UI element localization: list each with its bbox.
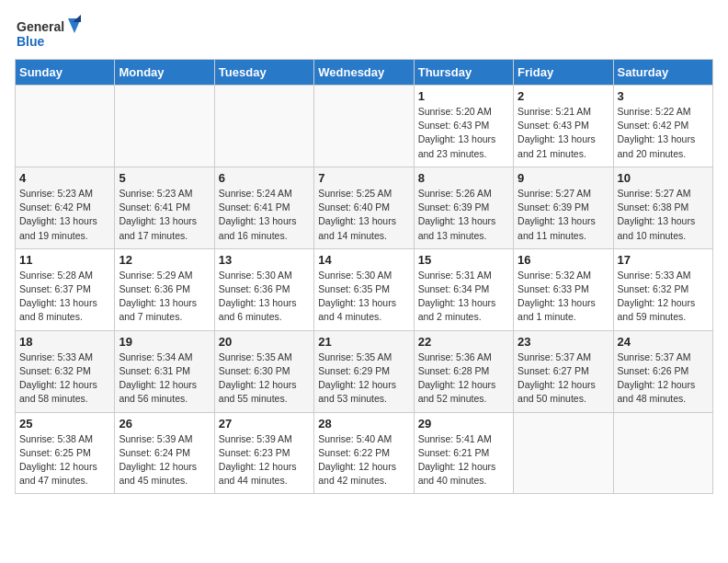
day-info: Sunrise: 5:27 AMSunset: 6:38 PMDaylight:…: [618, 187, 709, 243]
day-number: 2: [518, 89, 609, 103]
calendar-day-cell: [16, 86, 115, 167]
day-number: 18: [19, 335, 110, 349]
day-number: 9: [518, 171, 609, 185]
day-info: Sunrise: 5:23 AMSunset: 6:41 PMDaylight:…: [119, 187, 210, 243]
calendar-day-cell: 2Sunrise: 5:21 AMSunset: 6:43 PMDaylight…: [514, 86, 613, 167]
page-header: GeneralBlue: [15, 15, 713, 52]
day-number: 15: [418, 253, 509, 267]
calendar-day-cell: 7Sunrise: 5:25 AMSunset: 6:40 PMDaylight…: [314, 167, 414, 248]
calendar-day-cell: 28Sunrise: 5:40 AMSunset: 6:22 PMDayligh…: [314, 412, 414, 494]
day-info: Sunrise: 5:41 AMSunset: 6:21 PMDaylight:…: [418, 432, 509, 488]
calendar-day-cell: 17Sunrise: 5:33 AMSunset: 6:32 PMDayligh…: [613, 248, 712, 330]
calendar-week-row: 18Sunrise: 5:33 AMSunset: 6:32 PMDayligh…: [16, 330, 713, 412]
weekday-header-sunday: Sunday: [16, 60, 115, 86]
day-info: Sunrise: 5:37 AMSunset: 6:26 PMDaylight:…: [618, 350, 709, 407]
calendar-day-cell: 24Sunrise: 5:37 AMSunset: 6:26 PMDayligh…: [613, 330, 712, 412]
day-info: Sunrise: 5:31 AMSunset: 6:34 PMDaylight:…: [418, 269, 509, 325]
day-number: 8: [418, 171, 509, 185]
day-number: 12: [119, 253, 210, 267]
calendar-day-cell: 6Sunrise: 5:24 AMSunset: 6:41 PMDaylight…: [214, 167, 313, 248]
calendar-day-cell: 27Sunrise: 5:39 AMSunset: 6:23 PMDayligh…: [214, 412, 313, 494]
day-number: 20: [219, 335, 310, 349]
calendar-day-cell: [613, 412, 712, 494]
calendar-day-cell: 8Sunrise: 5:26 AMSunset: 6:39 PMDaylight…: [414, 167, 513, 248]
day-info: Sunrise: 5:23 AMSunset: 6:42 PMDaylight:…: [19, 187, 110, 243]
calendar-day-cell: 18Sunrise: 5:33 AMSunset: 6:32 PMDayligh…: [16, 330, 115, 412]
calendar-day-cell: 16Sunrise: 5:32 AMSunset: 6:33 PMDayligh…: [514, 248, 613, 330]
day-number: 14: [318, 253, 409, 267]
weekday-header-row: SundayMondayTuesdayWednesdayThursdayFrid…: [16, 60, 713, 86]
day-info: Sunrise: 5:30 AMSunset: 6:35 PMDaylight:…: [318, 269, 409, 325]
calendar-day-cell: [115, 86, 214, 167]
day-info: Sunrise: 5:33 AMSunset: 6:32 PMDaylight:…: [19, 350, 110, 407]
day-info: Sunrise: 5:26 AMSunset: 6:39 PMDaylight:…: [418, 187, 509, 243]
calendar-day-cell: 3Sunrise: 5:22 AMSunset: 6:42 PMDaylight…: [613, 86, 712, 167]
calendar-day-cell: 21Sunrise: 5:35 AMSunset: 6:29 PMDayligh…: [314, 330, 414, 412]
calendar-day-cell: 29Sunrise: 5:41 AMSunset: 6:21 PMDayligh…: [414, 412, 513, 494]
calendar-day-cell: [214, 86, 313, 167]
day-info: Sunrise: 5:39 AMSunset: 6:23 PMDaylight:…: [219, 432, 310, 488]
weekday-header-thursday: Thursday: [414, 60, 513, 86]
day-info: Sunrise: 5:20 AMSunset: 6:43 PMDaylight:…: [418, 105, 509, 161]
calendar-day-cell: [514, 412, 613, 494]
day-info: Sunrise: 5:29 AMSunset: 6:36 PMDaylight:…: [119, 269, 210, 325]
day-info: Sunrise: 5:38 AMSunset: 6:25 PMDaylight:…: [19, 432, 110, 488]
logo: GeneralBlue: [15, 15, 88, 52]
calendar-week-row: 11Sunrise: 5:28 AMSunset: 6:37 PMDayligh…: [16, 248, 713, 330]
calendar-day-cell: 20Sunrise: 5:35 AMSunset: 6:30 PMDayligh…: [214, 330, 313, 412]
weekday-header-tuesday: Tuesday: [214, 60, 313, 86]
day-number: 17: [618, 253, 709, 267]
day-info: Sunrise: 5:33 AMSunset: 6:32 PMDaylight:…: [618, 269, 709, 325]
day-number: 28: [318, 417, 409, 431]
day-number: 10: [618, 171, 709, 185]
calendar-day-cell: 5Sunrise: 5:23 AMSunset: 6:41 PMDaylight…: [115, 167, 214, 248]
calendar-day-cell: 19Sunrise: 5:34 AMSunset: 6:31 PMDayligh…: [115, 330, 214, 412]
calendar-week-row: 4Sunrise: 5:23 AMSunset: 6:42 PMDaylight…: [16, 167, 713, 248]
day-info: Sunrise: 5:35 AMSunset: 6:29 PMDaylight:…: [318, 350, 409, 407]
day-info: Sunrise: 5:37 AMSunset: 6:27 PMDaylight:…: [518, 350, 609, 407]
calendar-day-cell: 12Sunrise: 5:29 AMSunset: 6:36 PMDayligh…: [115, 248, 214, 330]
day-number: 5: [119, 171, 210, 185]
day-number: 22: [418, 335, 509, 349]
day-info: Sunrise: 5:22 AMSunset: 6:42 PMDaylight:…: [618, 105, 709, 161]
calendar-day-cell: 13Sunrise: 5:30 AMSunset: 6:36 PMDayligh…: [214, 248, 313, 330]
day-info: Sunrise: 5:36 AMSunset: 6:28 PMDaylight:…: [418, 350, 509, 407]
calendar-week-row: 25Sunrise: 5:38 AMSunset: 6:25 PMDayligh…: [16, 412, 713, 494]
calendar-day-cell: 22Sunrise: 5:36 AMSunset: 6:28 PMDayligh…: [414, 330, 513, 412]
svg-text:General: General: [17, 19, 64, 34]
calendar-day-cell: 11Sunrise: 5:28 AMSunset: 6:37 PMDayligh…: [16, 248, 115, 330]
calendar-day-cell: 4Sunrise: 5:23 AMSunset: 6:42 PMDaylight…: [16, 167, 115, 248]
logo-icon: GeneralBlue: [15, 15, 88, 52]
day-number: 23: [518, 335, 609, 349]
day-info: Sunrise: 5:39 AMSunset: 6:24 PMDaylight:…: [119, 432, 210, 488]
day-info: Sunrise: 5:21 AMSunset: 6:43 PMDaylight:…: [518, 105, 609, 161]
day-info: Sunrise: 5:40 AMSunset: 6:22 PMDaylight:…: [318, 432, 409, 488]
day-info: Sunrise: 5:30 AMSunset: 6:36 PMDaylight:…: [219, 269, 310, 325]
day-number: 29: [418, 417, 509, 431]
day-number: 7: [318, 171, 409, 185]
calendar-table: SundayMondayTuesdayWednesdayThursdayFrid…: [15, 59, 713, 494]
day-number: 24: [618, 335, 709, 349]
svg-text:Blue: Blue: [17, 34, 45, 49]
day-number: 16: [518, 253, 609, 267]
weekday-header-monday: Monday: [115, 60, 214, 86]
day-info: Sunrise: 5:28 AMSunset: 6:37 PMDaylight:…: [19, 269, 110, 325]
day-info: Sunrise: 5:32 AMSunset: 6:33 PMDaylight:…: [518, 269, 609, 325]
calendar-day-cell: 26Sunrise: 5:39 AMSunset: 6:24 PMDayligh…: [115, 412, 214, 494]
calendar-day-cell: 15Sunrise: 5:31 AMSunset: 6:34 PMDayligh…: [414, 248, 513, 330]
day-number: 6: [219, 171, 310, 185]
calendar-day-cell: 1Sunrise: 5:20 AMSunset: 6:43 PMDaylight…: [414, 86, 513, 167]
calendar-day-cell: 10Sunrise: 5:27 AMSunset: 6:38 PMDayligh…: [613, 167, 712, 248]
day-info: Sunrise: 5:34 AMSunset: 6:31 PMDaylight:…: [119, 350, 210, 407]
day-number: 4: [19, 171, 110, 185]
calendar-day-cell: [314, 86, 414, 167]
day-number: 1: [418, 89, 509, 103]
day-number: 11: [19, 253, 110, 267]
calendar-day-cell: 25Sunrise: 5:38 AMSunset: 6:25 PMDayligh…: [16, 412, 115, 494]
calendar-day-cell: 9Sunrise: 5:27 AMSunset: 6:39 PMDaylight…: [514, 167, 613, 248]
day-number: 27: [219, 417, 310, 431]
day-info: Sunrise: 5:35 AMSunset: 6:30 PMDaylight:…: [219, 350, 310, 407]
day-number: 19: [119, 335, 210, 349]
day-number: 26: [119, 417, 210, 431]
day-number: 21: [318, 335, 409, 349]
